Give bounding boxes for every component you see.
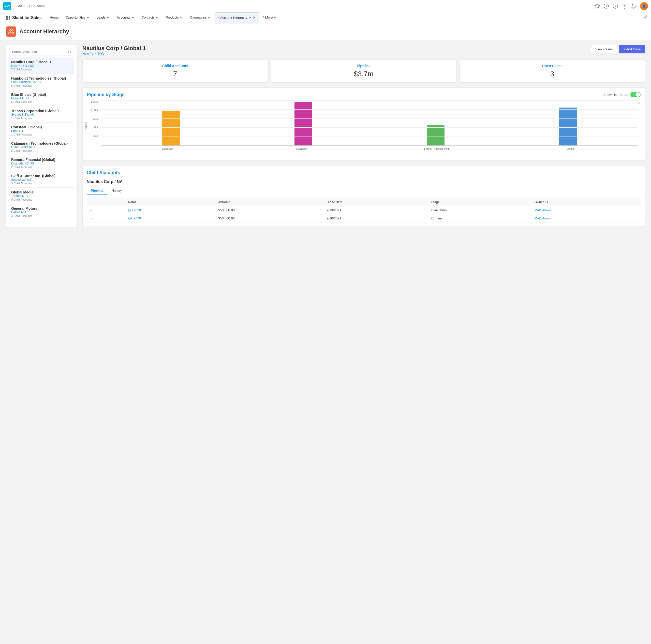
user-avatar[interactable]: 👤 <box>640 2 648 10</box>
search-filter-dropdown[interactable]: All <box>16 3 28 9</box>
bar-group <box>371 100 501 146</box>
account-item-children: 6 Child Accounts <box>11 100 72 103</box>
add-icon[interactable] <box>603 3 609 9</box>
account-item-location: Miami FL US <box>11 97 72 100</box>
nav-account-hierarchy[interactable]: * Account Hierarchy ✕ <box>215 12 259 23</box>
row-close-date: 2/10/2021 <box>323 214 428 222</box>
bar <box>294 102 312 146</box>
nav-leads[interactable]: Leads <box>94 12 113 23</box>
account-list-item[interactable]: General Motors Detroit MI US 3 Child Acc… <box>9 204 74 220</box>
nav-opportunities[interactable]: Opportunities <box>63 12 92 23</box>
grid-line-4 <box>101 127 638 128</box>
search-input[interactable] <box>34 4 112 8</box>
account-item-children: 5 Child Accounts <box>11 84 72 87</box>
nav-accounts[interactable]: Accounts <box>114 12 137 23</box>
row-name[interactable]: Q2 2020 <box>125 214 215 222</box>
x-axis-labels: DiscoveryEvaluationFormal Proposal SentC… <box>101 146 638 151</box>
account-item-location: Outer Banks NC US <box>11 146 72 149</box>
svg-rect-12 <box>7 17 8 19</box>
col-stage: Stage <box>428 198 531 206</box>
row-name-link[interactable]: Q2 2020 <box>128 216 141 220</box>
tab-history[interactable]: History <box>107 187 126 195</box>
edit-pencil-icon[interactable] <box>643 15 647 20</box>
account-item-name: Global Media <box>11 190 72 194</box>
row-stage: Evaluation <box>428 206 531 214</box>
row-owner[interactable]: Matt Brown <box>531 214 641 222</box>
account-item-name: Remora Financial (Global) <box>11 158 72 162</box>
bar <box>559 107 577 146</box>
view-cases-button[interactable]: View Cases <box>591 45 617 54</box>
stats-cards: Child Accounts 7 Pipeline $3.7m Open Cas… <box>83 60 645 83</box>
svg-rect-16 <box>9 19 10 20</box>
account-list-item[interactable]: Nautilus Corp / Global 1 New York NY US … <box>9 58 74 74</box>
row-expand-icon[interactable]: > <box>87 214 125 222</box>
settings-icon[interactable] <box>621 3 628 9</box>
nav-contacts[interactable]: Contacts <box>138 12 162 23</box>
account-detail-header: Nautilus Corp / Global 1 New York, NYs V… <box>83 45 645 56</box>
grid-icon[interactable] <box>4 14 11 21</box>
chart-area: ≡ 1,250k 1,000k 750k 500k 250k 0 Values <box>87 100 641 156</box>
chart-toggle[interactable] <box>630 92 641 97</box>
search-icon <box>29 4 33 8</box>
open-cases-value: 3 <box>464 70 641 78</box>
account-list-item[interactable]: Blue Shoals (Global) Miami FL US 6 Child… <box>9 90 74 106</box>
account-item-children: 7 Child Accounts <box>11 68 72 71</box>
account-list-item[interactable]: Cousteau (Global) Paris FR 1 Child Accou… <box>9 123 74 139</box>
account-list-item[interactable]: Skiff & Cutter Inc. (Global) Seattle WA … <box>9 171 74 188</box>
nav-campaigns[interactable]: Campaigns <box>187 12 214 23</box>
account-tabs: Pipeline History <box>87 187 641 195</box>
account-list-item[interactable]: Remora Financial (Global) Charlotte NC U… <box>9 155 74 171</box>
row-name-link[interactable]: Q3 2020 <box>128 208 141 212</box>
account-item-children: 1 Child Accounts <box>11 117 72 120</box>
row-owner-link[interactable]: Matt Brown <box>534 216 551 220</box>
child-accounts-value: 7 <box>87 70 264 78</box>
favorites-icon[interactable] <box>594 3 600 9</box>
account-list-item[interactable]: Humboldt Technologies (Global) San Franc… <box>9 74 74 90</box>
row-amount: $50,000.00 <box>215 206 323 214</box>
account-list-item[interactable]: Catamaran Technologies (Global) Outer Ba… <box>9 139 74 155</box>
child-account-name: Nautilus Corp / NA <box>87 180 641 184</box>
svg-text:?: ? <box>615 4 616 8</box>
account-item-location: Detroit MI US <box>11 211 72 214</box>
col-name: Name <box>125 198 215 206</box>
tab-pipeline[interactable]: Pipeline <box>87 187 107 195</box>
bar-group <box>106 100 236 146</box>
account-list-item[interactable]: Global Media Toronto NE CA 5 Child Accou… <box>9 188 74 204</box>
grid-line-5 <box>101 136 638 137</box>
pipeline-value: $3.7m <box>275 70 452 78</box>
account-list-item[interactable]: Trench Corporation (Global) Sydney NSW A… <box>9 106 74 123</box>
row-owner-link[interactable]: Matt Brown <box>534 208 551 212</box>
sidebar-search[interactable] <box>9 48 74 56</box>
nav-home[interactable]: Home <box>47 12 62 23</box>
account-item-children: 2 Child Accounts <box>11 165 72 168</box>
bar-group <box>239 100 369 146</box>
account-item-children: 5 Child Accounts <box>11 198 72 201</box>
svg-rect-15 <box>7 19 8 20</box>
sidebar-search-input[interactable] <box>12 50 66 54</box>
pipeline-table: Name Amount Close Date Stage Owner ID > … <box>87 198 641 222</box>
chart-header: Pipeline by Stage Show/Hide Chart <box>87 92 641 97</box>
row-expand-icon[interactable]: > <box>87 206 125 214</box>
y-label-750k: 750k <box>93 118 98 120</box>
bars-container <box>101 100 638 146</box>
show-hide-chart-toggle-container: Show/Hide Chart <box>603 92 641 97</box>
notifications-icon[interactable] <box>631 3 637 9</box>
row-name[interactable]: Q3 2020 <box>125 206 215 214</box>
row-owner[interactable]: Matt Brown <box>531 206 641 214</box>
help-icon[interactable]: ? <box>612 3 618 9</box>
account-item-name: Cousteau (Global) <box>11 125 72 129</box>
nav-products[interactable]: Products <box>163 12 186 23</box>
right-panel: Nautilus Corp / Global 1 New York, NYs V… <box>83 45 645 227</box>
x-axis-label: Evaluation <box>235 148 369 150</box>
nav-more[interactable]: * More <box>260 12 280 23</box>
svg-rect-13 <box>9 17 10 19</box>
toggle-label: Show/Hide Chart <box>603 93 628 97</box>
page-title: Account Hierarchy <box>19 28 69 35</box>
global-search-bar[interactable]: All <box>13 2 115 10</box>
account-item-children: 3 Child Accounts <box>11 182 72 185</box>
svg-rect-8 <box>6 16 7 17</box>
table-body: > Q3 2020 $50,000.00 7/13/2021 Evaluatio… <box>87 206 641 222</box>
nav-close-icon[interactable]: ✕ <box>253 16 255 20</box>
add-case-button[interactable]: + Add Case <box>619 45 645 54</box>
chart-section: Pipeline by Stage Show/Hide Chart ≡ 1,25… <box>83 88 645 161</box>
